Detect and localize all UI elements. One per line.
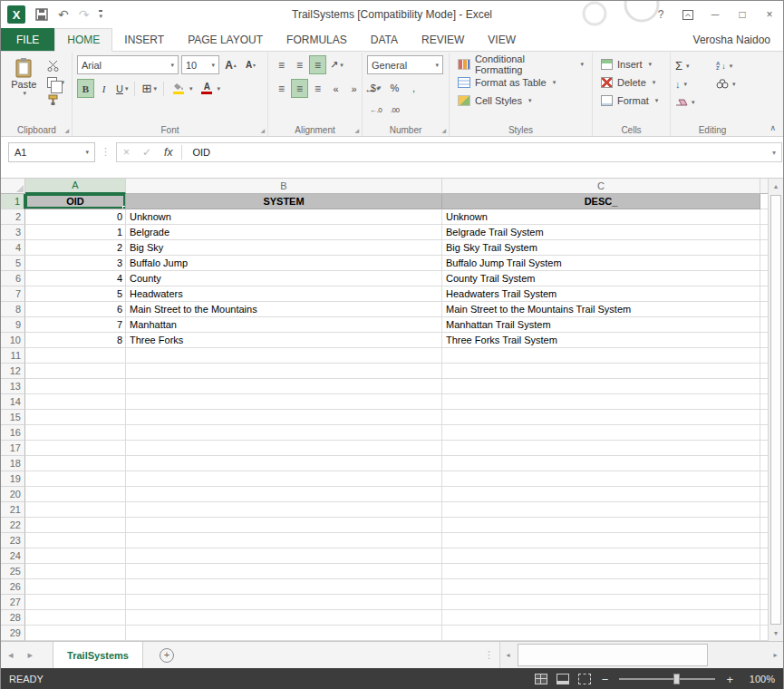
row-header-4[interactable]: 4 [1, 240, 25, 256]
column-header-B[interactable]: B [126, 179, 442, 194]
sheet-tab-trailsystems[interactable]: TrailSystems [53, 642, 143, 668]
collapse-ribbon-icon[interactable]: ∧ [769, 123, 776, 132]
cell-C24[interactable] [442, 548, 760, 564]
row-header-2[interactable]: 2 [1, 209, 25, 225]
sheet-nav-right-icon[interactable]: ▸ [21, 649, 41, 661]
font-size-dropdown-icon[interactable]: ▾ [211, 62, 215, 69]
cell-A7[interactable]: 5 [25, 286, 126, 302]
cell-A5[interactable]: 3 [25, 256, 126, 271]
fill-dropdown-icon[interactable]: ▾ [684, 81, 688, 88]
cell-A28[interactable] [25, 610, 126, 626]
row-header-15[interactable]: 15 [1, 410, 25, 425]
cell-B22[interactable] [126, 518, 442, 533]
comma-style-button[interactable]: , [405, 78, 422, 97]
column-header-A[interactable]: A [25, 179, 126, 194]
cell-A12[interactable] [25, 364, 126, 379]
row-header-7[interactable]: 7 [1, 286, 25, 302]
insert-cells-button[interactable]: Insert ▾ [597, 55, 665, 73]
row-header-28[interactable]: 28 [1, 610, 25, 626]
zoom-slider[interactable] [619, 678, 715, 680]
tab-view[interactable]: VIEW [476, 28, 528, 51]
user-account-name[interactable]: Verosha Naidoo [693, 28, 783, 51]
name-box-dropdown-icon[interactable]: ▾ [85, 149, 89, 156]
cell-C2[interactable]: Unknown [442, 209, 760, 225]
cell-A22[interactable] [25, 518, 126, 533]
row-header-16[interactable]: 16 [1, 425, 25, 441]
underline-button[interactable]: U▾ [113, 79, 131, 98]
cell-C5[interactable]: Buffalo Jump Trail System [442, 256, 760, 271]
cell-B3[interactable]: Belgrade [126, 225, 442, 240]
column-header-C[interactable]: C [442, 179, 760, 194]
save-icon[interactable] [35, 8, 48, 21]
conditional-formatting-dropdown-icon[interactable]: ▾ [580, 61, 584, 68]
paste-dropdown-icon[interactable]: ▾ [23, 90, 26, 97]
cell-C9[interactable]: Manhattan Trail System [442, 317, 760, 333]
row-header-25[interactable]: 25 [1, 564, 25, 579]
cell-C26[interactable] [442, 579, 760, 595]
excel-logo-icon[interactable]: X [7, 5, 25, 24]
zoom-level[interactable]: 100% [744, 674, 775, 684]
close-button[interactable]: × [756, 1, 783, 28]
cell-B28[interactable] [126, 610, 442, 626]
cell-A17[interactable] [25, 441, 126, 456]
format-cells-button[interactable]: Format ▾ [597, 92, 665, 110]
cell-styles-dropdown-icon[interactable]: ▾ [528, 97, 532, 104]
cell-C14[interactable] [442, 394, 760, 410]
cell-B16[interactable] [126, 425, 442, 441]
center-button[interactable]: ≡ [291, 79, 308, 98]
cell-A21[interactable] [25, 502, 126, 518]
increase-decimal-button[interactable]: ←.0 [367, 101, 384, 120]
tab-page-layout[interactable]: PAGE LAYOUT [176, 28, 275, 51]
autosum-dropdown-icon[interactable]: ▾ [686, 63, 690, 70]
vertical-scrollbar[interactable]: ▴ ▾ [768, 179, 783, 641]
autosum-button[interactable]: Σ▾ [675, 57, 709, 74]
cell-B9[interactable]: Manhattan [126, 317, 442, 333]
cell-A2[interactable]: 0 [25, 209, 126, 225]
cell-B23[interactable] [126, 533, 442, 548]
insert-function-button[interactable]: fx [158, 146, 179, 159]
accounting-format-button[interactable]: $▾ [367, 78, 384, 97]
cancel-entry-button[interactable]: × [117, 146, 136, 159]
row-header-11[interactable]: 11 [1, 348, 25, 364]
decrease-indent-button[interactable]: « [327, 79, 344, 98]
maximize-button[interactable]: □ [729, 1, 756, 28]
cell-A8[interactable]: 6 [25, 302, 126, 317]
insert-dropdown-icon[interactable]: ▾ [649, 61, 653, 68]
cell-A13[interactable] [25, 379, 126, 394]
cell-C4[interactable]: Big Sky Trail System [442, 240, 760, 256]
tab-review[interactable]: REVIEW [410, 28, 476, 51]
fill-color-dropdown-icon[interactable]: ▾ [189, 85, 193, 92]
cell-B7[interactable]: Headwaters [126, 286, 442, 302]
row-header-29[interactable]: 29 [1, 626, 25, 641]
cell-C17[interactable] [442, 441, 760, 456]
underline-dropdown-icon[interactable]: ▾ [125, 85, 129, 92]
page-layout-view-button[interactable] [557, 674, 569, 684]
tab-file[interactable]: FILE [1, 28, 54, 51]
orientation-dropdown-icon[interactable]: ▾ [340, 62, 344, 69]
cell-C11[interactable] [442, 348, 760, 364]
sort-filter-button[interactable]: AZ ↓ ▾ [716, 57, 750, 74]
formula-content[interactable]: OID [185, 147, 767, 158]
row-header-8[interactable]: 8 [1, 302, 25, 317]
cell-C21[interactable] [442, 502, 760, 518]
increase-indent-button[interactable]: » [345, 79, 363, 98]
cell-A15[interactable] [25, 410, 126, 425]
fill-button[interactable]: ↓▾ [675, 75, 709, 92]
help-button[interactable]: ? [647, 1, 674, 28]
cell-A3[interactable]: 1 [25, 225, 126, 240]
delete-cells-button[interactable]: Delete ▾ [597, 73, 665, 92]
percent-style-button[interactable]: % [386, 78, 403, 97]
cell-B18[interactable] [126, 456, 442, 471]
cell-A26[interactable] [25, 579, 126, 595]
row-header-3[interactable]: 3 [1, 225, 25, 240]
cell-C23[interactable] [442, 533, 760, 548]
row-header-9[interactable]: 9 [1, 317, 25, 333]
cell-C8[interactable]: Main Street to the Mountains Trail Syste… [442, 302, 760, 317]
decrease-decimal-button[interactable]: .00 [386, 101, 403, 120]
row-header-24[interactable]: 24 [1, 548, 25, 564]
row-header-17[interactable]: 17 [1, 441, 25, 456]
orientation-button[interactable]: ↗▾ [327, 55, 346, 74]
row-header-14[interactable]: 14 [1, 394, 25, 410]
align-right-button[interactable]: ≡ [309, 79, 326, 98]
row-header-10[interactable]: 10 [1, 333, 25, 348]
